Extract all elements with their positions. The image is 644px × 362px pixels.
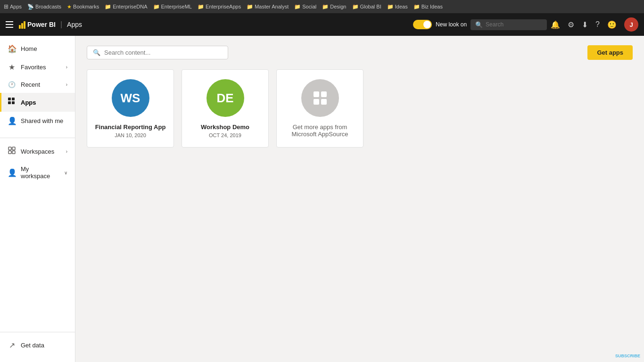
main-layout: 🏠 Home ★ Favorites › 🕐 Recent › Apps [0,36,644,362]
folder-icon-7: 📁 [352,4,359,10]
download-icon[interactable]: ⬇ [582,20,588,29]
svg-rect-1 [12,98,15,100]
folder-icon-8: 📁 [387,4,394,10]
powerbi-logo: Power BI [19,20,56,29]
chevron-down-icon: ∨ [64,170,67,175]
workspaces-icon [8,147,16,156]
new-look-toggle[interactable] [413,20,432,29]
global-search-input[interactable] [486,21,542,28]
bookmark-apps[interactable]: ⊞ Apps [4,3,22,10]
content-search-icon: 🔍 [93,49,100,56]
user-avatar[interactable]: J [624,17,638,32]
search-icon: 🔍 [475,21,483,28]
bookmark-icon: ★ [67,4,72,10]
app-avatar-appsource [301,79,339,117]
sidebar-item-favorites[interactable]: ★ Favorites › [0,58,75,76]
svg-rect-10 [314,99,319,105]
folder-icon-9: 📁 [413,4,420,10]
watermark: SUBSCRIBE [615,354,640,358]
app-name-appsource: Get more apps from Microsoft AppSource [284,123,355,138]
bookmark-biz-ideas[interactable]: 📁 Biz Ideas [413,4,443,10]
bookmark-ideas[interactable]: 📁 Ideas [387,4,408,10]
my-workspace-icon: 👤 [8,168,16,177]
bookmark-enterprise-dna[interactable]: 📁 EnterpriseDNA [105,4,147,10]
svg-rect-7 [12,151,15,154]
global-search-box[interactable]: 🔍 [471,19,547,30]
sidebar-item-apps[interactable]: Apps [0,93,75,112]
app-avatar-financial: WS [112,79,149,117]
help-icon[interactable]: ? [595,20,600,29]
recent-icon: 🕐 [8,81,16,88]
app-name-workshop: Workshop Demo [201,123,249,131]
sidebar-label-apps: Apps [21,99,36,106]
apps-icon [8,98,16,107]
apps-grid: WS Financial Reporting App JAN 10, 2020 … [87,69,633,148]
bookmark-design[interactable]: 📁 Design [322,4,346,10]
product-name: Power BI [27,21,56,28]
svg-rect-3 [12,101,15,104]
sidebar-item-home[interactable]: 🏠 Home [0,40,75,58]
app-date-workshop: OCT 24, 2019 [209,132,241,138]
svg-rect-4 [8,147,11,150]
app-card-workshop-demo[interactable]: DE Workshop Demo OCT 24, 2019 [182,69,269,148]
sidebar-item-recent[interactable]: 🕐 Recent › [0,76,75,93]
sidebar-label-recent: Recent [21,81,40,88]
broadcast-icon: 📡 [27,4,34,10]
sidebar-item-my-workspace[interactable]: 👤 My workspace ∨ [0,161,75,184]
powerbi-icon [19,20,25,29]
folder-icon-5: 📁 [294,4,301,10]
hamburger-menu[interactable] [6,20,15,29]
get-apps-button[interactable]: Get apps [587,45,633,60]
bookmark-social[interactable]: 📁 Social [294,4,316,10]
emoji-icon[interactable]: 🙂 [607,20,617,29]
favorites-icon: ★ [8,63,16,72]
content-topbar: 🔍 Get apps [87,45,633,60]
sidebar-label-favorites: Favorites [21,64,46,71]
sidebar-label-home: Home [21,45,37,52]
sidebar-item-get-data[interactable]: ↗ Get data [0,336,75,354]
svg-rect-6 [8,151,11,154]
svg-rect-0 [8,98,11,100]
bookmark-enterprise-ml[interactable]: 📁 EnterpriseML [153,4,192,10]
folder-icon-4: 📁 [247,4,253,10]
section-label[interactable]: Apps [67,21,82,28]
svg-rect-5 [12,147,15,150]
app-card-appsource[interactable]: Get more apps from Microsoft AppSource [276,69,363,148]
folder-icon: 📁 [105,4,111,10]
svg-rect-8 [314,91,319,97]
svg-rect-11 [321,99,327,105]
bookmark-enterprise-apps[interactable]: 📁 EnterpriseApps [198,4,241,10]
sidebar-label-get-data: Get data [21,342,44,349]
folder-icon-2: 📁 [153,4,160,10]
content-search-input[interactable] [104,49,222,56]
folder-icon-6: 📁 [322,4,329,10]
svg-rect-2 [8,101,11,104]
app-name-financial: Financial Reporting App [95,123,166,131]
toggle-label: New look on [436,21,467,28]
sidebar-item-shared[interactable]: 👤 Shared with me [0,112,75,130]
settings-icon[interactable]: ⚙ [568,20,574,29]
folder-icon-3: 📁 [198,4,204,10]
new-look-toggle-container: New look on [413,20,467,29]
sidebar: 🏠 Home ★ Favorites › 🕐 Recent › Apps [0,36,75,362]
sidebar-label-my-workspace: My workspace [21,165,59,180]
sidebar-label-shared: Shared with me [21,117,63,124]
chevron-right-icon-3: › [66,149,67,154]
topbar-icons: 🔔 ⚙ ⬇ ? 🙂 J [551,17,638,32]
bookmark-global-bi[interactable]: 📁 Global BI [352,4,381,10]
chevron-right-icon-2: › [66,82,67,87]
shared-icon: 👤 [8,116,16,125]
sidebar-label-workspaces: Workspaces [21,148,54,155]
apps-grid-icon: ⊞ [4,3,8,10]
bookmark-bookmarks[interactable]: ★ Bookmarks [67,4,99,10]
sidebar-item-workspaces[interactable]: Workspaces › [0,142,75,161]
app-card-financial-reporting[interactable]: WS Financial Reporting App JAN 10, 2020 [87,69,174,148]
notification-icon[interactable]: 🔔 [551,20,560,29]
topbar: Power BI | Apps New look on 🔍 🔔 ⚙ ⬇ ? 🙂 … [0,13,644,36]
bookmark-broadcasts[interactable]: 📡 Broadcasts [27,4,61,10]
content-search-box[interactable]: 🔍 [87,46,228,59]
svg-rect-9 [321,91,327,97]
home-icon: 🏠 [8,44,16,53]
app-date-financial: JAN 10, 2020 [115,132,146,138]
bookmark-master-analyst[interactable]: 📁 Master Analyst [247,4,289,10]
